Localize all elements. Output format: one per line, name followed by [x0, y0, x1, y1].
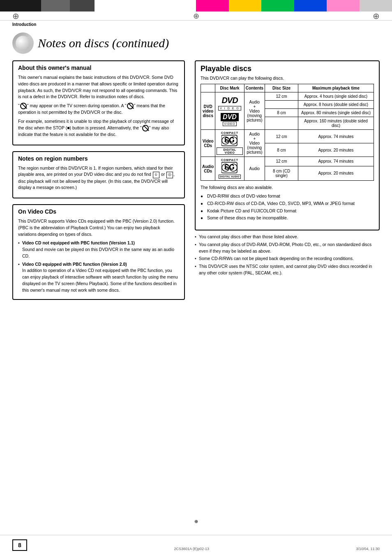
footer-left: 8 — [12, 539, 27, 551]
vcd-contents: Audio+Video(movingpictures) — [244, 130, 265, 157]
vcd-digital-video-text: DIGITAL VIDEO — [217, 147, 242, 155]
acd-disc-svg: SC — [221, 162, 238, 173]
prohibited-icon-3 — [142, 125, 149, 131]
bottom-crosshair-row: ⊕ — [0, 516, 392, 527]
dvd-logo2-badge: VIDEO — [223, 122, 237, 126]
left-bracket: ⊕ — [12, 11, 19, 21]
dvd-time-12cm-1: Approx. 4 hours (single sided disc) — [298, 92, 374, 101]
right-bracket: ⊕ — [373, 11, 380, 21]
dvd-time-8cm-2: Approx. 160 minutes (double sided disc) — [298, 117, 374, 130]
about-manual-section: About this owner's manual This owner's m… — [12, 60, 185, 145]
vcd-size-8cm: 8 cm — [265, 143, 298, 157]
vcd-category-label: VideoCDs — [201, 130, 215, 157]
video-cd-section: On Video CDs This DVD/VCR supports Video… — [12, 204, 185, 300]
playable-discs-intro: This DVD/VCR can play the following disc… — [201, 76, 374, 81]
prohibited-icon-1 — [20, 103, 27, 109]
main-content: About this owner's manual This owner's m… — [0, 60, 392, 306]
dvd-video-badge: V I D E O — [218, 106, 241, 111]
following-disc-3: Kodak Picture CD and FUJICOLOR CD format — [201, 208, 374, 214]
table-row-acd-12cm: AudioCDs COMPACT SC — [201, 157, 374, 166]
dvd-logo-text: DVD — [221, 96, 238, 105]
left-column: About this owner's manual This owner's m… — [12, 60, 185, 306]
dvd-size-12cm-2 — [265, 101, 298, 109]
vcd-time-8cm: Approx. 20 minutes — [298, 143, 374, 157]
acd-disc-mark: COMPACT SC — [215, 157, 244, 181]
acd-compact-logo: COMPACT SC — [217, 159, 242, 179]
dvd-size-8cm: 8 cm — [265, 109, 298, 117]
about-manual-heading: About this owner's manual — [18, 64, 179, 71]
bottom-crosshair: ⊕ — [194, 519, 198, 524]
svg-point-5 — [233, 140, 234, 141]
following-disc-1: DVD-R/RW discs of DVD video format — [201, 193, 374, 200]
video-cd-list: Video CD not equipped with PBC function … — [18, 240, 179, 293]
disc-table: Disc Mark Contents Disc Size Maximum pla… — [201, 84, 374, 181]
table-row-dvd-12cm-1: DVDvideodiscs DVD V I D E O DVD VIDEO — [201, 92, 374, 101]
video-cd-item-1: Video CD not equipped with PBC function … — [18, 240, 179, 259]
following-disc-2: CD-R/CD-RW discs of CD-DA, Video CD, SVC… — [201, 200, 374, 207]
video-cd-item-2-title: Video CD equipped with PBC function (Ver… — [22, 262, 127, 267]
dvd-contents: Audio+Video(movingpictures) — [244, 92, 265, 130]
region-icon-1: ① — [153, 172, 159, 178]
dvd-logo: DVD V I D E O — [217, 96, 242, 111]
table-row-vcd-12cm: VideoCDs COMPACT SC — [201, 130, 374, 143]
dvd-time-12cm-2: Approx. 8 hours (double sided disc) — [298, 101, 374, 109]
dvd-time-8cm-1: Approx. 80 minutes (single sided disc) — [298, 109, 374, 117]
page-number-box: 8 — [12, 539, 27, 551]
dvd-size-12cm: 12 cm — [265, 92, 298, 101]
acd-time-8cm: Approx. 20 minutes — [298, 166, 374, 180]
footer: 8 2CS3601A (E)p02-13 3/10/04, 11:30 — [0, 535, 392, 555]
page-title: Notes on discs (continued) — [38, 36, 169, 50]
col-header-disc-mark: Disc Mark — [215, 84, 244, 92]
note-2: You cannot play discs of DVD-RAM, DVD-RO… — [195, 242, 380, 255]
following-disc-4: Some of these discs may be incompatible. — [201, 215, 374, 221]
dvd-disc-mark: DVD V I D E O DVD VIDEO — [215, 92, 244, 130]
dvd-size-8cm-2 — [265, 117, 298, 130]
acd-category-label: AudioCDs — [201, 157, 215, 181]
dvd-logo-2: DVD VIDEO — [217, 113, 242, 126]
footer-right-code: 3/10/04, 11:30 — [356, 547, 380, 551]
footer-left-code: 2CS3601A (E)p02-13 — [174, 547, 209, 551]
acd-compact-text: COMPACT — [221, 159, 238, 161]
page-title-area: Notes on discs (continued) — [0, 28, 392, 60]
vcd-disc-mark: COMPACT SC — [215, 130, 244, 157]
video-cd-item-1-body: Sound and movie can be played on this DV… — [22, 247, 174, 258]
svg-point-11 — [233, 167, 234, 168]
vcd-size-12cm: 12 cm — [265, 130, 298, 143]
acd-time-12cm: Approx. 74 minutes — [298, 157, 374, 166]
acd-digital-audio-text: DIGITAL AUDIO — [219, 175, 241, 179]
col-header-max-playback: Maximum playback time — [298, 84, 374, 92]
region-icon-2: ⓪ — [166, 172, 173, 178]
title-circle-icon — [12, 32, 34, 54]
video-cd-heading: On Video CDs — [18, 208, 179, 215]
about-manual-p3: For example, sometimes it is unable to s… — [18, 118, 179, 138]
center-crosshair: ⊕ — [193, 12, 199, 21]
notes-list: You cannot play discs other than those l… — [195, 234, 380, 276]
note-4: This DVD/VCR uses the NTSC color system,… — [195, 263, 380, 276]
bottom-section: ⊕ 8 2CS3601A (E)p02-13 3/10/04, 11:30 — [0, 516, 392, 555]
region-numbers-section: Notes on region numbers The region numbe… — [12, 151, 185, 198]
video-cd-item-2: Video CD equipped with PBC function (Ver… — [18, 261, 179, 294]
following-discs-list: DVD-R/RW discs of DVD video format CD-R/… — [201, 193, 374, 221]
acd-contents: Audio — [244, 157, 265, 181]
top-color-bar — [0, 0, 392, 12]
col-header-contents: Contents — [244, 84, 265, 92]
video-cd-item-2-body: In addition to operation of a Video CD n… — [22, 268, 178, 292]
playable-discs-heading: Playable discs — [201, 64, 374, 73]
svg-point-9 — [225, 167, 226, 168]
video-cd-item-1-title: Video CD not equipped with PBC function … — [22, 240, 135, 245]
playable-discs-section: Playable discs This DVD/VCR can play the… — [195, 60, 380, 230]
vcd-time-12cm: Approx. 74 minutes — [298, 130, 374, 143]
page-number: 8 — [18, 542, 21, 548]
acd-size-12cm: 12 cm — [265, 157, 298, 166]
registration-row: ⊕ ⊕ ⊕ — [0, 12, 392, 21]
right-column: Playable discs This DVD/VCR can play the… — [195, 60, 380, 306]
vcd-compact-logo: COMPACT SC — [217, 131, 242, 155]
dvd-category-label: DVDvideodiscs — [201, 92, 215, 130]
vcd-disc-circles: SC — [221, 135, 238, 146]
prohibited-icon-2 — [127, 103, 134, 109]
col-header-empty — [201, 84, 215, 92]
following-discs-intro: The following discs are also available. — [201, 185, 374, 190]
acd-disc-circles: SC — [221, 162, 238, 173]
region-numbers-heading: Notes on region numbers — [18, 155, 179, 162]
video-cd-intro: This DVD/VCR supports Video CDs equipped… — [18, 218, 179, 237]
